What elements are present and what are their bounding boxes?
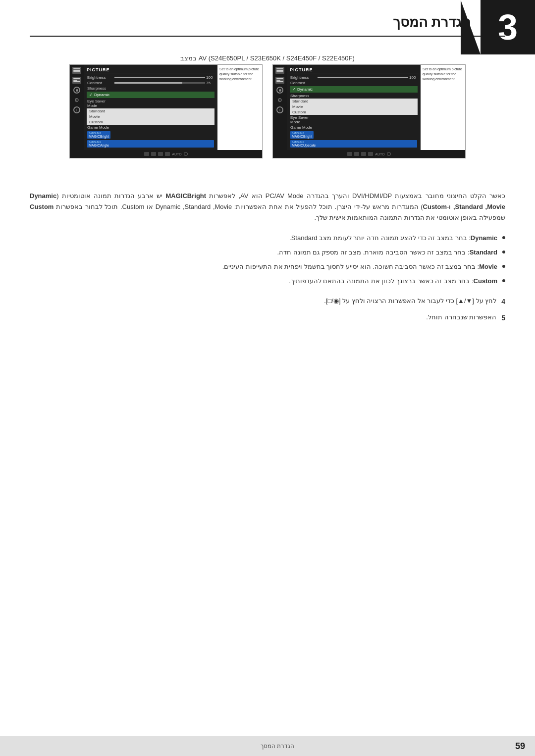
checkmark-icon-r: ✓ (292, 87, 296, 92)
checkmark-icon: ✓ (89, 93, 93, 97)
bullet-dot-custom (502, 279, 505, 282)
bullet-dot-standard (502, 251, 505, 253)
bullet-standard: Standard: בחר במצב זה כאשר הסביבה מוארת.… (30, 248, 505, 258)
auto-label-right: AUTO (375, 152, 384, 156)
sidebar-eye-icon (73, 87, 80, 94)
monitor-left-info: Set to an optimum picture quality suitab… (217, 65, 262, 150)
standard-term: Standard (470, 249, 497, 256)
info-text-left: Set to an optimum picture quality suitab… (219, 67, 260, 81)
chapter-number: 3 (498, 9, 518, 45)
auto-label-left: AUTO (172, 152, 181, 156)
step-5-number: 5 (501, 312, 505, 323)
monitor-right-menu: PICTURE Brightness 100 C (287, 65, 421, 150)
step-4-number: 4 (501, 296, 505, 307)
standard-option-r: Standard (290, 99, 418, 104)
ctrl-circle-right (387, 152, 391, 156)
brightness-label: Brightness (87, 75, 114, 80)
magic-upscale-row: SAMSUNG MAGICUpscale (289, 140, 419, 148)
monitor-left-menu: PICTURE Brightness 100 C (84, 65, 217, 150)
ctrl-right (165, 152, 170, 156)
eye-saver-row: Eye Saver Mode (86, 99, 215, 108)
ctrl-right-r (368, 152, 373, 156)
brightness-row-r: Brightness 100 (289, 75, 419, 80)
sidebar-contrast-icon (72, 77, 81, 84)
contrast-row-r: Contrast (289, 80, 419, 86)
chapter-title: הגדרת המסך (393, 14, 471, 30)
ctrl-left (144, 152, 149, 156)
monitor-right-info: Set to an optimum picture quality suitab… (421, 65, 465, 150)
dropdown-list-left: Standard Movie Custom (87, 108, 214, 125)
movie-term: Movie (479, 263, 497, 270)
game-mode-row-r: Game Mode (289, 125, 419, 130)
contrast-label-r: Contrast (290, 81, 318, 85)
ctrl-circle-left (184, 152, 188, 156)
ctrl-left-r (347, 152, 352, 156)
sharpness-row: Sharpness (86, 86, 215, 91)
monitor-right: ⚙ i PICTURE Brightness 100 (272, 64, 466, 158)
info-text-right: Set to an optimum picture quality suitab… (423, 67, 463, 81)
sidebar-contrast-icon-r (275, 77, 284, 84)
monitors-container: ⚙ i PICTURE Brightness 100 (30, 64, 505, 158)
custom-option-right: Custom (290, 109, 418, 115)
custom-term: Custom (423, 203, 447, 210)
magic-bright-term: MAGICBright (166, 192, 207, 200)
eye-saver-label: Eye Saver Mode (87, 99, 114, 108)
sidebar-menu-icon (72, 67, 81, 74)
magic-angle-label: SAMSUNG MAGICAngle (87, 140, 214, 148)
menu-right-header: PICTURE (289, 67, 419, 73)
sidebar-info-icon: i (73, 106, 80, 113)
monitor-left-controls: AUTO (70, 150, 262, 158)
bullet-text-dynamic: Dynamic: בחר במצב זה כדי להציג תמונה חדה… (30, 233, 497, 244)
magic-angle-row: SAMSUNG MAGICAngle (86, 140, 215, 148)
dynamic-selected: ✓ Dynamic (87, 92, 214, 98)
sidebar-menu-icon-r (275, 67, 284, 74)
movie-option: Movie (87, 114, 214, 119)
magic-bright-label: SAMSUNG MAGICBright (87, 131, 110, 139)
magic-upscale-label: SAMSUNG MAGICUpscale (290, 140, 417, 148)
dynamic-term: Dynamic (471, 234, 497, 242)
game-mode-label: Game Mode (87, 125, 114, 130)
bullet-custom: Custom: בחר מצב זה כאשר ברצונך לכוון את … (30, 276, 505, 287)
bottom-chapter-title: הגדרת המסך (261, 743, 294, 750)
custom-option-left: Custom (87, 119, 214, 125)
monitor-left-sidebar: ⚙ i (70, 65, 84, 150)
custom-term2: Custom (30, 203, 54, 210)
ctrl-up (158, 152, 163, 156)
step-5-text: האפשרות שנבחרה תוחל. (30, 312, 496, 323)
ctrl-up-r (361, 152, 366, 156)
bullet-dot-dynamic (502, 236, 505, 239)
brightness-slider: 100 (114, 75, 214, 80)
standard-option: Standard (87, 108, 214, 114)
bullet-text-standard: Standard: בחר במצב זה כאשר הסביבה מוארת.… (30, 248, 497, 258)
contrast-row: Contrast 75 (86, 80, 215, 86)
bullet-dynamic: Dynamic: בחר במצב זה כדי להציג תמונה חדה… (30, 233, 505, 244)
bullet-text-movie: Movie: בחר במצב זה כאשר הסביבה חשוכה. הו… (30, 262, 497, 272)
dynamic-label: Dynamic (94, 93, 109, 97)
sidebar-eye-icon-r (276, 87, 283, 94)
contrast-slider: 75 (114, 81, 214, 85)
step-5: 5 האפשרות שנבחרה תוחל. (30, 312, 505, 323)
title-underline (30, 36, 505, 37)
bullet-movie: Movie: בחר במצב זה כאשר הסביבה חשוכה. הו… (30, 262, 505, 272)
monitor-right-sidebar: ⚙ i (273, 65, 287, 150)
sharpness-row-r: Sharpness (289, 93, 419, 99)
sidebar-info-icon-r: i (276, 106, 283, 113)
monitor-left: ⚙ i PICTURE Brightness 100 (69, 64, 263, 158)
game-mode-row: Game Mode (86, 125, 215, 130)
section-heading: (S24E650PL / S23E650K / S24E450F / S22E4… (0, 54, 535, 62)
dynamic-selected-r: ✓ Dynamic (290, 86, 418, 93)
sharpness-label: Sharpness (87, 86, 114, 91)
sidebar-gear-icon-r: ⚙ (277, 97, 282, 103)
eye-saver-label-r: Eye Saver Mode (290, 115, 318, 124)
chapter-tab: 3 (481, 0, 535, 54)
magic-bright-label-r: SAMSUNG MAGICBright (290, 131, 314, 139)
ctrl-down-r (354, 152, 359, 156)
brightness-slider-r: 100 (318, 75, 417, 80)
game-mode-label-r: Game Mode (290, 125, 318, 130)
ctrl-down (151, 152, 156, 156)
menu-left-header: PICTURE (86, 67, 215, 73)
intro-paragraph: כאשר הקלט החיצוני מחובר באמצעות DVI/HDMI… (30, 191, 505, 223)
page-number: 59 (515, 741, 525, 752)
brightness-row: Brightness 100 (86, 75, 215, 80)
brightness-label-r: Brightness (290, 75, 318, 80)
